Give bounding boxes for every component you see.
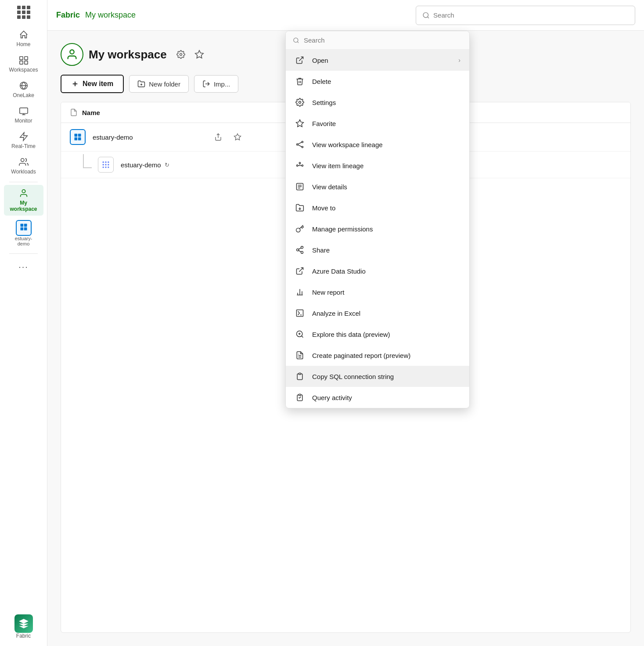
ctx-share-label: Share: [312, 246, 461, 254]
ctx-menu-item-share[interactable]: Share: [286, 239, 469, 260]
ctx-move-to-label: Move to: [312, 204, 461, 212]
svg-line-62: [299, 250, 301, 252]
new-report-icon: [295, 287, 305, 297]
ctx-menu-item-copy-sql[interactable]: Copy SQL connection string: [286, 366, 469, 387]
svg-line-64: [299, 268, 303, 272]
ctx-menu-item-view-workspace-lineage[interactable]: View workspace lineage: [286, 134, 469, 155]
svg-point-43: [299, 101, 301, 104]
ctx-explore-data-label: Explore this data (preview): [312, 331, 461, 338]
ctx-analyze-excel-label: Analyze in Excel: [312, 310, 461, 317]
ctx-query-activity-label: Query activity: [312, 394, 461, 401]
view-item-lineage-icon: [295, 160, 305, 171]
ctx-view-workspace-lineage-label: View workspace lineage: [312, 141, 461, 148]
ctx-menu-item-move-to[interactable]: Move to: [286, 197, 469, 218]
favorite-icon: [295, 118, 305, 129]
ctx-settings-label: Settings: [312, 99, 461, 106]
ctx-search-input[interactable]: [304, 36, 462, 44]
create-paginated-icon: [295, 350, 305, 361]
ctx-menu-item-analyze-excel[interactable]: Analyze in Excel: [286, 303, 469, 324]
svg-point-45: [297, 144, 298, 145]
ctx-new-report-label: New report: [312, 289, 461, 296]
svg-point-52: [299, 162, 300, 164]
ctx-manage-permissions-label: Manage permissions: [312, 225, 461, 233]
ctx-menu-item-azure-data-studio[interactable]: Azure Data Studio: [286, 260, 469, 281]
context-menu-search: [286, 31, 469, 50]
ctx-favorite-label: Favorite: [312, 120, 461, 127]
view-workspace-lineage-icon: [295, 139, 305, 150]
svg-point-40: [294, 38, 298, 42]
svg-line-41: [297, 41, 299, 43]
share-ctx-icon: [295, 245, 305, 255]
svg-point-61: [301, 251, 303, 253]
ctx-menu-item-explore-data[interactable]: Explore this data (preview): [286, 324, 469, 345]
svg-point-51: [302, 165, 303, 166]
svg-line-63: [299, 248, 301, 249]
ctx-open-label: Open: [312, 57, 451, 64]
svg-point-59: [301, 246, 303, 249]
ctx-menu-item-view-item-lineage[interactable]: View item lineage: [286, 155, 469, 176]
move-to-icon: [295, 202, 305, 213]
open-arrow-icon: ›: [458, 57, 461, 64]
azure-data-studio-icon: [295, 266, 305, 276]
ctx-menu-item-view-details[interactable]: View details: [286, 176, 469, 197]
copy-sql-icon: [295, 371, 305, 382]
ctx-menu-item-delete[interactable]: Delete: [286, 71, 469, 92]
ctx-view-item-lineage-label: View item lineage: [312, 162, 461, 170]
svg-point-47: [302, 146, 303, 148]
ctx-menu-item-manage-permissions[interactable]: Manage permissions: [286, 218, 469, 239]
ctx-copy-sql-label: Copy SQL connection string: [312, 373, 461, 380]
view-details-icon: [295, 181, 305, 192]
svg-point-50: [297, 165, 298, 166]
ctx-menu-item-create-paginated[interactable]: Create paginated report (preview): [286, 345, 469, 366]
open-icon: [295, 55, 305, 65]
settings-icon: [295, 97, 305, 108]
ctx-azure-data-studio-label: Azure Data Studio: [312, 267, 461, 275]
manage-permissions-icon: [295, 224, 305, 234]
ctx-view-details-label: View details: [312, 183, 461, 191]
query-activity-icon: [295, 392, 305, 403]
ctx-menu-item-favorite[interactable]: Favorite: [286, 113, 469, 134]
ctx-menu-item-new-report[interactable]: New report: [286, 281, 469, 303]
svg-line-48: [298, 142, 302, 144]
svg-line-49: [298, 145, 302, 147]
svg-line-42: [299, 57, 303, 61]
context-menu: Open › Delete Settings Favorite: [285, 31, 470, 408]
context-menu-overlay[interactable]: Open › Delete Settings Favorite: [0, 0, 644, 646]
svg-rect-75: [299, 373, 301, 375]
svg-point-60: [297, 249, 299, 251]
svg-line-70: [302, 336, 303, 338]
analyze-excel-icon: [295, 308, 305, 318]
ctx-create-paginated-label: Create paginated report (preview): [312, 352, 461, 359]
svg-point-46: [302, 141, 303, 143]
ctx-menu-item-query-activity[interactable]: Query activity: [286, 387, 469, 408]
explore-data-icon: [295, 329, 305, 339]
ctx-delete-label: Delete: [312, 78, 461, 85]
svg-rect-76: [299, 394, 301, 396]
ctx-menu-item-settings[interactable]: Settings: [286, 92, 469, 113]
svg-marker-44: [296, 120, 304, 127]
ctx-search-icon: [293, 37, 299, 44]
ctx-menu-item-open[interactable]: Open ›: [286, 50, 469, 71]
delete-icon: [295, 76, 305, 87]
